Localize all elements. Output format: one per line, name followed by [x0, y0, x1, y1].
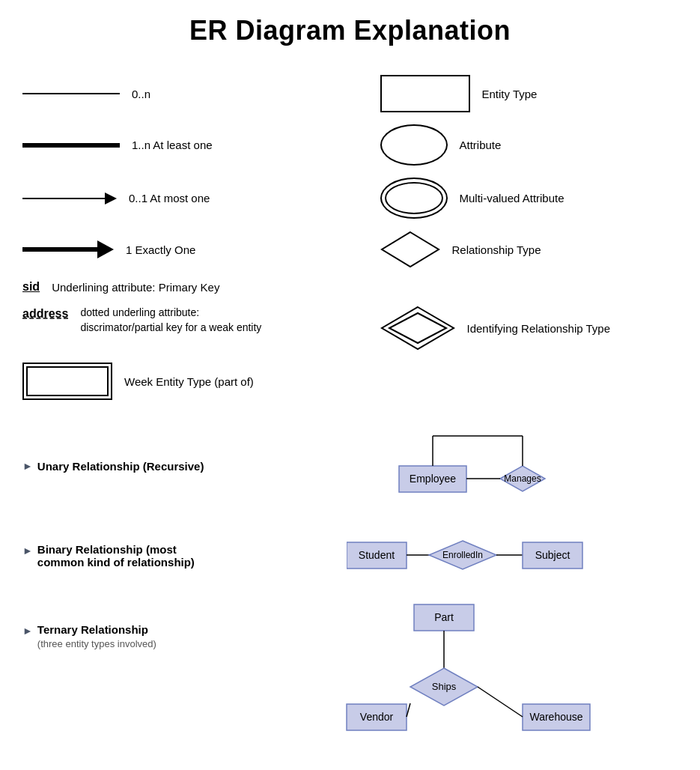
legend-row-1-right: Entity Type — [350, 69, 678, 118]
ternary-label: ► Ternary Relationship (three entity typ… — [22, 623, 240, 650]
binary-svg: Student EnrolledIn Subject — [347, 533, 586, 578]
ternary-svg: Part Ships Vendor Warehouse — [339, 601, 594, 736]
legend-row-6-right: Identifying Relationship Type — [350, 300, 678, 357]
svg-text:Subject: Subject — [535, 549, 570, 561]
legend-label-multi-attr: Multi-valued Attribute — [460, 192, 564, 204]
legend-row-2-right: Attribute — [350, 118, 678, 172]
diagrams-section: ► Unary Relationship (Recursive) Employe… — [22, 421, 678, 736]
svg-marker-0 — [382, 232, 439, 267]
svg-text:Warehouse: Warehouse — [529, 711, 582, 723]
ternary-diagram: Part Ships Vendor Warehouse — [255, 601, 678, 736]
entity-type-icon — [380, 75, 470, 112]
svg-text:Student: Student — [358, 549, 394, 561]
legend-grid: 0..n Entity Type 1..n At least one Attri… — [22, 69, 678, 406]
legend-label-1n: 1..n At least one — [132, 139, 213, 151]
legend-row-5-left: sid Underlining attribute: Primary Key — [22, 274, 350, 300]
svg-marker-2 — [389, 313, 446, 343]
svg-text:Ships: Ships — [431, 681, 456, 692]
legend-row-4-left: 1 Exactly One — [22, 225, 350, 274]
legend-label-identifying-rel: Identifying Relationship Type — [467, 322, 611, 335]
legend-label-weak-entity: Week Entity Type (part of) — [124, 375, 254, 388]
address-label: address — [22, 307, 68, 321]
binary-title: Binary Relationship (mostcommon kind of … — [37, 543, 195, 569]
diamond-icon — [380, 231, 440, 268]
unary-diagram: Employee Manages — [255, 421, 678, 511]
legend-label-01: 0..1 At most one — [129, 192, 210, 204]
legend-row-3-left: 0..1 At most one — [22, 172, 350, 225]
binary-diagram: Student EnrolledIn Subject — [255, 533, 678, 578]
svg-line-29 — [478, 687, 523, 717]
legend-row-4-right: Relationship Type — [350, 225, 678, 274]
unary-relationship-row: ► Unary Relationship (Recursive) Employe… — [22, 421, 678, 511]
legend-label-0n: 0..n — [132, 88, 150, 100]
svg-text:Vendor: Vendor — [359, 711, 393, 723]
legend-row-6-left: address dotted underling attribute:discr… — [22, 300, 350, 357]
thick-arrow-icon — [22, 240, 114, 258]
unary-title: Unary Relationship (Recursive) — [37, 460, 204, 473]
sid-label: sid — [22, 280, 40, 294]
svg-text:EnrolledIn: EnrolledIn — [442, 550, 482, 560]
thin-arrow-icon — [22, 192, 117, 204]
unary-label: ► Unary Relationship (Recursive) — [22, 460, 240, 473]
page-title: ER Diagram Explanation — [22, 15, 678, 46]
legend-label-relationship: Relationship Type — [452, 243, 541, 256]
legend-label-attribute: Attribute — [460, 139, 502, 151]
legend-label-1exactly: 1 Exactly One — [126, 243, 195, 256]
svg-text:Part: Part — [434, 611, 454, 623]
double-diamond-icon — [380, 306, 455, 351]
binary-relationship-row: ► Binary Relationship (mostcommon kind o… — [22, 533, 678, 578]
weak-entity-icon — [22, 363, 112, 400]
legend-label-primary-key: Underlining attribute: Primary Key — [52, 281, 219, 294]
legend-row-7-left: Week Entity Type (part of) — [22, 357, 350, 406]
ternary-subtitle: (three entity types involved) — [37, 638, 156, 649]
legend-row-7-right — [350, 357, 678, 406]
binary-label: ► Binary Relationship (mostcommon kind o… — [22, 543, 240, 569]
legend-label-partial-key: dotted underling attribute:discrimator/p… — [80, 306, 261, 335]
svg-text:Employee: Employee — [409, 473, 455, 485]
thick-line-icon — [22, 143, 120, 148]
ellipse-icon — [380, 124, 448, 166]
legend-label-entity: Entity Type — [482, 88, 538, 100]
thin-line-icon — [22, 93, 120, 94]
legend-row-1-left: 0..n — [22, 69, 350, 118]
ternary-relationship-row: ► Ternary Relationship (three entity typ… — [22, 601, 678, 736]
legend-row-5-right — [350, 274, 678, 300]
legend-row-2-left: 1..n At least one — [22, 118, 350, 172]
multi-ellipse-icon — [380, 178, 448, 219]
svg-text:Manages: Manages — [504, 473, 541, 484]
ternary-title: Ternary Relationship — [37, 623, 148, 636]
unary-svg: Employee Manages — [384, 421, 549, 511]
legend-row-3-right: Multi-valued Attribute — [350, 172, 678, 225]
